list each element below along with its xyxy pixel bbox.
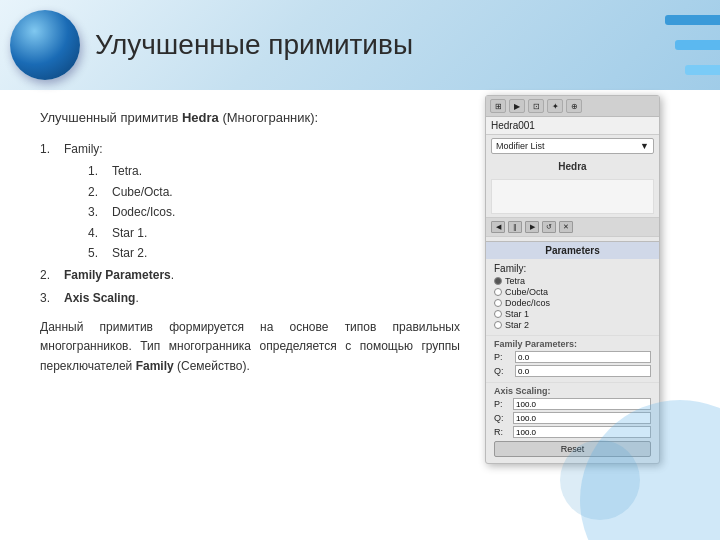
toolbar2-icon-1[interactable]: ◀ — [491, 221, 505, 233]
panel-icon-3[interactable]: ⊡ — [528, 99, 544, 113]
panel-icon-2[interactable]: ▶ — [509, 99, 525, 113]
stripe-2 — [675, 40, 720, 50]
decorative-sphere — [10, 10, 80, 80]
panel-icon-1[interactable]: ⊞ — [490, 99, 506, 113]
param-p-row: P: — [494, 351, 651, 363]
family-section: Family: Tetra Cube/Octa Dodec/Icos Star … — [486, 259, 659, 335]
toolbar2-icon-3[interactable]: ▶ — [525, 221, 539, 233]
family-params-section: Family Parameters: P: Q: — [486, 335, 659, 382]
sub-item-1-2: 2. Cube/Octa. — [88, 182, 460, 202]
modifier-list-dropdown[interactable]: Modifier List ▼ — [491, 138, 654, 154]
radio-star2[interactable]: Star 2 — [494, 320, 651, 330]
radio-dot-star1 — [494, 310, 502, 318]
axis-p-label: P: — [494, 399, 510, 409]
list-item-1: 1. Family: — [40, 139, 460, 159]
axis-r-label: R: — [494, 427, 510, 437]
param-q-input[interactable] — [515, 365, 651, 377]
radio-star1[interactable]: Star 1 — [494, 309, 651, 319]
panel-blank-area — [491, 179, 654, 214]
stripe-1 — [665, 15, 720, 25]
page-title: Улучшенные примитивы — [95, 29, 413, 61]
sub-item-1-5: 5. Star 2. — [88, 243, 460, 263]
family-params-title: Family Parameters: — [494, 339, 651, 349]
panel-toolbar: ⊞ ▶ ⊡ ✦ ⊕ — [486, 96, 659, 117]
stripe-3 — [685, 65, 720, 75]
radio-cube-octa[interactable]: Cube/Octa — [494, 287, 651, 297]
panel-icon-4[interactable]: ✦ — [547, 99, 563, 113]
radio-tetra[interactable]: Tetra — [494, 276, 651, 286]
toolbar2-icon-4[interactable]: ↺ — [542, 221, 556, 233]
radio-label-dodec-icos: Dodec/Icos — [505, 298, 550, 308]
family-label: Family: — [494, 263, 651, 274]
sub-item-1-1: 1. Tetra. — [88, 161, 460, 181]
panel-icon-5[interactable]: ⊕ — [566, 99, 582, 113]
dropdown-arrow: ▼ — [640, 141, 649, 151]
sub-item-1-4: 4. Star 1. — [88, 223, 460, 243]
sub-list-1: 1. Tetra. 2. Cube/Octa. 3. Dodec/Icos. 4… — [88, 161, 460, 263]
parameters-section-title: Parameters — [486, 241, 659, 259]
radio-label-star2: Star 2 — [505, 320, 529, 330]
radio-dot-tetra — [494, 277, 502, 285]
radio-label-cube-octa: Cube/Octa — [505, 287, 548, 297]
panel-hedra-label: Hedra — [486, 157, 659, 176]
deco-circle-small — [560, 440, 640, 520]
radio-dot-dodec-icos — [494, 299, 502, 307]
list-item-3: 3. Axis Scaling. — [40, 288, 460, 308]
panel-toolbar2: ◀ ‖ ▶ ↺ ✕ — [486, 217, 659, 237]
description-text: Данный примитив формируется на основе ти… — [40, 318, 460, 376]
sub-item-1-3: 3. Dodec/Icos. — [88, 202, 460, 222]
radio-dodec-icos[interactable]: Dodec/Icos — [494, 298, 651, 308]
header: Улучшенные примитивы — [0, 0, 720, 90]
radio-label-tetra: Tetra — [505, 276, 525, 286]
panel-name-row: Hedra001 — [486, 117, 659, 135]
toolbar2-icon-5[interactable]: ✕ — [559, 221, 573, 233]
primitive-name: Hedra — [182, 110, 219, 125]
main-content: Улучшенный примитив Hedra (Многогранник)… — [0, 100, 480, 396]
toolbar2-icon-2[interactable]: ‖ — [508, 221, 522, 233]
radio-label-star1: Star 1 — [505, 309, 529, 319]
axis-q-label: Q: — [494, 413, 510, 423]
list-label-1: Family: — [64, 139, 103, 159]
dropdown-label: Modifier List — [496, 141, 545, 151]
list-number-1: 1. — [40, 139, 64, 159]
intro-text: Улучшенный примитив Hedra (Многогранник)… — [40, 110, 460, 125]
param-p-input[interactable] — [515, 351, 651, 363]
list-item-2: 2. Family Parameters. — [40, 265, 460, 285]
main-list: 1. Family: 1. Tetra. 2. Cube/Octa. 3. Do… — [40, 139, 460, 308]
deco-bottom-right — [520, 390, 720, 540]
param-p-label: P: — [494, 352, 512, 362]
family-bold: Family — [136, 359, 174, 373]
radio-dot-star2 — [494, 321, 502, 329]
header-stripes — [660, 0, 720, 90]
object-name: Hedra001 — [491, 120, 535, 131]
param-q-label: Q: — [494, 366, 512, 376]
radio-dot-cube-octa — [494, 288, 502, 296]
param-q-row: Q: — [494, 365, 651, 377]
